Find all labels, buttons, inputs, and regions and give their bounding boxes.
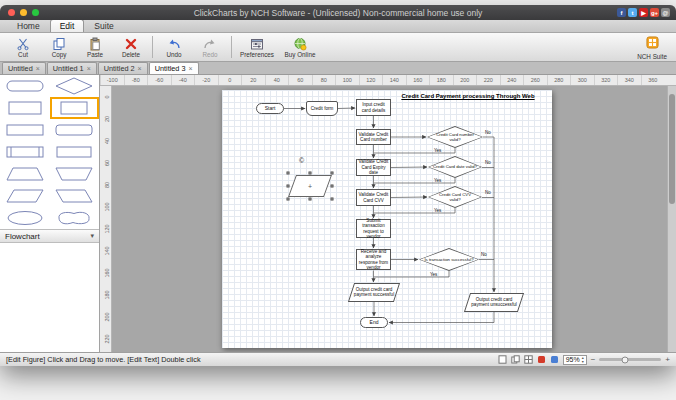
resize-handle[interactable] — [287, 185, 290, 188]
shape-parallelogram[interactable] — [0, 185, 50, 207]
doc-tab-untitled[interactable]: Untitled × — [2, 62, 46, 74]
preferences-button[interactable]: Preferences — [235, 37, 279, 58]
fit-page-icon[interactable] — [498, 355, 507, 364]
flow-node-validate-cvv[interactable]: Validate Credit Card CVV — [356, 189, 391, 206]
branch-label-no: No — [485, 130, 491, 135]
facebook-icon[interactable]: f — [617, 8, 626, 17]
ruler-tick-label: 100 — [100, 201, 112, 213]
close-window-button[interactable] — [8, 9, 15, 16]
close-tab-icon[interactable]: × — [189, 65, 193, 72]
branch-label-yes: Yes — [434, 208, 441, 213]
resize-handle[interactable] — [309, 198, 312, 201]
zoom-out-icon[interactable]: − — [591, 356, 596, 364]
multi-page-icon[interactable] — [511, 355, 520, 364]
resize-handle[interactable] — [331, 185, 334, 188]
snap-toggle-icon[interactable] — [537, 355, 546, 364]
flow-node-output-success[interactable]: Output credit card payment successful — [348, 283, 400, 302]
zoom-stepper[interactable]: ▴ ▾ — [582, 356, 584, 363]
youtube-icon[interactable]: ▶ — [639, 8, 648, 17]
shape-inverted-trapezoid[interactable] — [50, 163, 100, 185]
shape-trapezoid[interactable] — [0, 163, 50, 185]
flow-node-submit[interactable]: Submit transaction request to vendor — [356, 219, 391, 238]
redo-icon — [203, 37, 217, 51]
doc-tab-untitled-3[interactable]: Untitled 3 × — [149, 62, 199, 74]
ruler-tick-label: 160 — [406, 75, 430, 85]
flow-node-start[interactable]: Start — [256, 103, 284, 114]
flow-node-end[interactable]: End — [360, 317, 388, 328]
resize-handle[interactable] — [331, 172, 334, 175]
delete-button[interactable]: Delete — [113, 37, 149, 58]
flow-node-validate-expiry[interactable]: Validate Credit Card Expiry date — [356, 159, 391, 176]
shape-category-dropdown[interactable]: Flowchart ▾ — [0, 229, 99, 243]
resize-handle[interactable] — [287, 198, 290, 201]
flow-node-cvv-valid[interactable]: Credit Card CVV valid? — [428, 186, 482, 208]
ruler-tick-label: 320 — [594, 75, 618, 85]
paste-button[interactable]: Paste — [77, 37, 113, 58]
ruler-vertical: 020406080100120140160180200220 — [100, 86, 112, 352]
shape-predefined-process[interactable] — [0, 141, 50, 163]
zoom-in-icon[interactable]: + — [665, 356, 670, 364]
flow-node-txn-success[interactable]: Is transaction successful? — [419, 248, 479, 271]
flow-node-number-valid[interactable]: Credit Card number valid? — [427, 126, 483, 148]
zoom-slider-thumb[interactable] — [622, 356, 629, 363]
vertical-scrollbar[interactable] — [667, 86, 676, 352]
shape-terminator[interactable] — [0, 75, 50, 97]
shape-parallelogram-mirrored[interactable] — [50, 185, 100, 207]
pointer-mode-icon[interactable] — [550, 355, 559, 364]
zoom-select[interactable]: 95% ▴ ▾ — [563, 355, 587, 365]
canvas[interactable]: Credit Card Payment processing Through W… — [112, 86, 676, 352]
shape-rounded-process[interactable] — [50, 119, 100, 141]
shape-ellipse[interactable] — [0, 207, 50, 229]
shape-process-2[interactable] — [50, 141, 100, 163]
undo-button[interactable]: Undo — [156, 37, 192, 58]
ruler-tick-label: 120 — [100, 223, 112, 235]
resize-handle[interactable] — [287, 172, 290, 175]
flow-node-receive[interactable]: Receive and analyze response from vendor — [356, 249, 391, 270]
grid-toggle-icon[interactable] — [524, 355, 533, 364]
zoom-slider[interactable] — [599, 358, 661, 361]
mail-icon[interactable]: @ — [661, 8, 670, 17]
close-tab-icon[interactable]: × — [36, 65, 40, 72]
nch-suite-button[interactable]: NCH Suite — [637, 35, 667, 60]
tab-suite[interactable]: Suite — [85, 20, 122, 32]
close-tab-icon[interactable]: × — [138, 65, 142, 72]
doc-tab-label: Untitled 1 — [53, 64, 84, 73]
ruler-tick-label: -80 — [124, 75, 148, 85]
tab-home[interactable]: Home — [8, 20, 49, 32]
shape-blob[interactable] — [50, 207, 100, 229]
drawing-page[interactable]: Credit Card Payment processing Through W… — [222, 90, 552, 348]
palette-row — [0, 141, 99, 163]
flow-node-date-valid[interactable]: Credit Card date valid? — [428, 156, 482, 178]
resize-handle[interactable] — [309, 172, 312, 175]
toolbar-separator — [231, 36, 232, 58]
cut-button[interactable]: Cut — [5, 37, 41, 58]
resize-handle[interactable] — [331, 198, 334, 201]
diagram-title[interactable]: Credit Card Payment processing Through W… — [390, 93, 546, 101]
flow-node-output-fail[interactable]: Output credit card payment unsuccessful — [464, 293, 524, 312]
googleplus-icon[interactable]: g+ — [650, 8, 659, 17]
statusbar-controls: 95% ▴ ▾ − + — [498, 355, 670, 365]
flow-node-credit-form[interactable]: Credit form — [306, 101, 338, 116]
palette-row — [0, 163, 99, 185]
stepper-down-icon[interactable]: ▾ — [582, 360, 584, 364]
flow-node-validate-number[interactable]: Validate Credit Card number — [356, 129, 391, 145]
shape-decision[interactable] — [50, 75, 100, 97]
copyright-text[interactable]: © — [299, 157, 304, 164]
shape-process-wide[interactable] — [0, 119, 50, 141]
zoom-window-button[interactable] — [32, 9, 39, 16]
buy-online-button[interactable]: Buy Online — [279, 37, 321, 58]
copy-button[interactable]: Copy — [41, 37, 77, 58]
close-tab-icon[interactable]: × — [87, 65, 91, 72]
doc-tab-untitled-2[interactable]: Untitled 2 × — [98, 62, 148, 74]
flow-node-input[interactable]: Input credit card details — [356, 99, 391, 116]
selected-floating-shape[interactable]: + — [288, 173, 332, 199]
tab-edit[interactable]: Edit — [50, 19, 85, 32]
twitter-icon[interactable]: t — [628, 8, 637, 17]
scrollbar-thumb[interactable] — [669, 94, 675, 204]
minimize-window-button[interactable] — [20, 9, 27, 16]
shape-process[interactable] — [0, 97, 50, 119]
doc-tab-untitled-1[interactable]: Untitled 1 × — [47, 62, 97, 74]
shape-process-selected[interactable] — [50, 97, 100, 119]
center-handle-icon: + — [288, 173, 332, 199]
redo-button[interactable]: Redo — [192, 37, 228, 58]
